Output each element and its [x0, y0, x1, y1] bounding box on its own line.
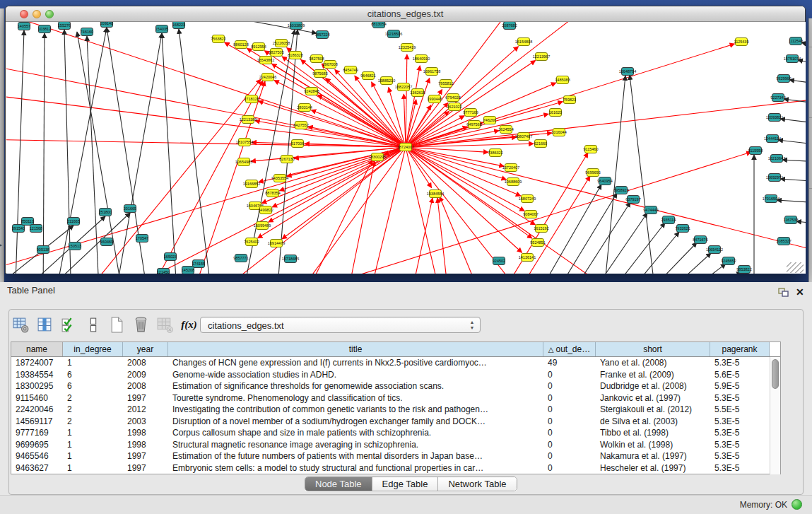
table-cell[interactable]: 18724007 [11, 357, 63, 369]
graph-node[interactable]: 14353554 [271, 175, 288, 182]
graph-node[interactable]: 9524851 [530, 239, 545, 247]
control-panel-collapsed-strip[interactable]: ▸ [0, 8, 4, 282]
graph-node[interactable]: 2718126 [244, 95, 259, 103]
column-header-out_de[interactable]: △out_de… [543, 342, 596, 356]
graph-node[interactable]: 2935114 [661, 216, 676, 224]
graph-node[interactable]: 165023 [164, 253, 177, 261]
row-height-icon[interactable] [83, 315, 102, 334]
table-cell[interactable]: 2009 [123, 369, 168, 381]
table-cell[interactable]: Estimation of the future numbers of pati… [168, 450, 543, 462]
table-cell[interactable]: 2 [63, 416, 123, 428]
table-cell[interactable]: 0 [543, 416, 596, 428]
graph-node[interactable]: 1016044 [551, 129, 566, 136]
table-cell[interactable]: 9699695 [11, 439, 63, 451]
graph-node[interactable]: 174155 [192, 260, 205, 268]
table-cell[interactable]: Nakamura et al. (1997) [596, 450, 710, 462]
resize-grip-icon[interactable] [787, 262, 804, 273]
graph-node[interactable]: 8878354 [265, 189, 280, 197]
window-titlebar[interactable]: citations_edges.txt [6, 6, 805, 22]
table-cell[interactable]: Disruption of a novel member of a sodium… [168, 416, 543, 428]
table-cell[interactable]: 2 [63, 392, 123, 404]
graph-node[interactable]: 22420046 [259, 74, 276, 81]
graph-node[interactable]: 145208 [182, 267, 194, 274]
table-cell[interactable]: 0 [543, 369, 596, 381]
graph-node[interactable]: 1615192 [534, 225, 548, 233]
table-cell[interactable]: 5.3E-5 [710, 439, 770, 451]
graph-node[interactable]: 168223 [172, 22, 185, 29]
graph-node[interactable]: 3624554 [498, 126, 513, 134]
delete-column-icon[interactable] [131, 315, 151, 334]
table-cell[interactable]: 0 [543, 450, 596, 462]
graph-node[interactable]: 391540 [12, 225, 25, 233]
graph-node[interactable]: 3499822 [258, 206, 273, 214]
graph-node[interactable]: 16914479 [268, 240, 285, 247]
table-cell[interactable]: 1 [63, 427, 123, 439]
graph-node[interactable]: 15692971 [766, 174, 783, 182]
graph-node[interactable]: 8454749 [343, 66, 358, 74]
table-row[interactable]: 1830029562008Estimation of significance … [11, 380, 780, 392]
float-panel-icon[interactable] [778, 288, 789, 297]
graph-node[interactable]: 9474444 [643, 206, 658, 214]
graph-node[interactable]: 9777169 [463, 109, 478, 117]
close-panel-icon[interactable]: ✕ [796, 286, 804, 298]
graph-node[interactable]: 917006 [291, 140, 304, 148]
table-cell[interactable]: 49 [543, 357, 596, 369]
table-row[interactable]: 969969511998Structural magnetic resonanc… [11, 439, 780, 451]
graph-node[interactable]: 8186328 [288, 52, 302, 59]
graph-node[interactable]: 2087682 [502, 22, 517, 30]
graph-node[interactable]: 9646821 [360, 72, 375, 80]
graph-node[interactable]: 19218506 [385, 30, 402, 38]
table-cell[interactable]: 18300295 [11, 380, 63, 392]
graph-node[interactable]: 15885210 [378, 77, 395, 85]
graph-node[interactable]: 759823 [563, 96, 576, 104]
graph-node[interactable]: 154035 [155, 25, 168, 33]
graph-node[interactable]: 9640954 [597, 177, 612, 185]
graph-node[interactable]: 121450 [157, 269, 170, 274]
table-cell[interactable]: 0 [543, 392, 596, 404]
graph-node[interactable]: 9242848 [304, 88, 319, 95]
graph-node[interactable]: 140557 [18, 23, 30, 30]
graph-node[interactable]: 12213967 [533, 53, 550, 61]
table-cell[interactable]: de Silva et al. (2003) [596, 416, 710, 428]
graph-node[interactable]: 18640910 [413, 55, 430, 63]
graph-node[interactable]: 1990445 [427, 95, 442, 103]
table-row[interactable]: 977716911998Corpus callosum shape and si… [11, 427, 780, 439]
graph-node[interactable]: 1362615 [410, 89, 425, 97]
graph-node[interactable]: 9875685 [312, 70, 327, 78]
scrollbar-thumb[interactable] [772, 359, 779, 389]
graph-node[interactable]: 16099489 [254, 222, 271, 230]
graph-node[interactable]: 8912954 [251, 43, 266, 51]
graph-node[interactable]: 12213389 [240, 116, 257, 124]
graph-node[interactable]: 15720407 [502, 164, 519, 172]
column-header-title[interactable]: title [168, 342, 543, 356]
table-cell[interactable]: 5.3E-5 [710, 450, 770, 462]
table-cell[interactable]: 14569117 [11, 416, 63, 428]
table-cell[interactable]: 5.6E-5 [710, 369, 770, 381]
graph-node[interactable]: 7955812 [438, 80, 453, 88]
graph-node[interactable]: 1125439 [734, 38, 748, 46]
graph-node[interactable]: 9827505 [269, 49, 283, 57]
table-cell[interactable]: Changes of HCN gene expression and I(f) … [168, 357, 543, 369]
table-cell[interactable]: Corpus callosum shape and size in male p… [168, 427, 543, 439]
graph-node[interactable]: 15751074 [784, 55, 801, 63]
table-cell[interactable]: 9777169 [11, 427, 63, 439]
table-cell[interactable]: 5.3E-5 [710, 462, 770, 474]
table-cell[interactable]: 2012 [123, 404, 168, 416]
graph-node[interactable]: 621660 [534, 140, 547, 148]
graph-node[interactable]: 2967008 [322, 61, 337, 69]
graph-node[interactable]: 12093821 [766, 114, 783, 122]
graph-node[interactable]: 12325419 [399, 44, 416, 52]
graph-node[interactable]: 16543862 [257, 57, 274, 64]
graph-node[interactable]: 16033809 [288, 22, 305, 30]
graph-node[interactable]: 10654112 [706, 246, 723, 254]
new-column-icon[interactable] [107, 315, 126, 334]
table-cell[interactable]: Hescheler et al. (1997) [596, 462, 710, 474]
graph-node[interactable]: 209140 [100, 22, 113, 28]
graph-node[interactable]: 161620 [549, 109, 562, 117]
graph-node[interactable]: 10688609 [505, 178, 522, 186]
table-row[interactable]: 1872400712008Changes of HCN gene express… [11, 357, 780, 369]
graph-node[interactable]: 9929966 [776, 75, 791, 83]
table-cell[interactable]: 9465546 [11, 450, 63, 462]
table-cell[interactable]: 9115460 [11, 392, 63, 404]
graph-node[interactable]: 18724007 [397, 144, 414, 151]
